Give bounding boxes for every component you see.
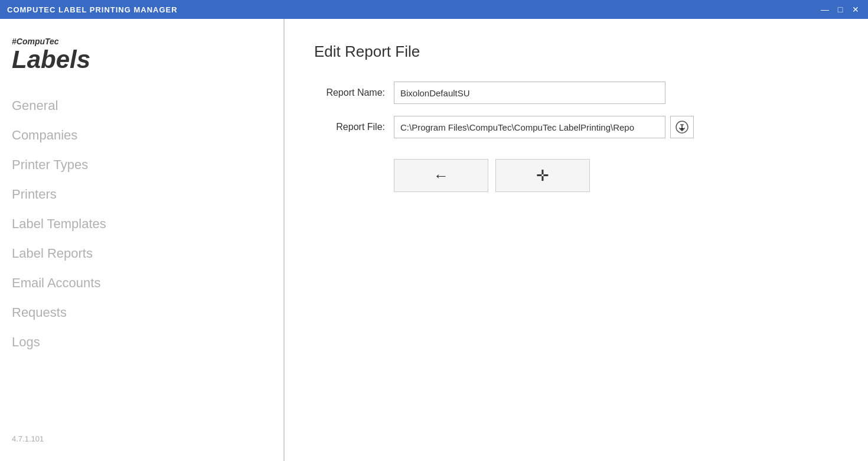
logo-hashtag: #CompuTec — [12, 37, 272, 46]
sidebar-item-general[interactable]: General — [0, 91, 283, 121]
move-icon: ✛ — [536, 167, 549, 185]
title-bar: COMPUTEC LABEL PRINTING MANAGER — □ ✕ — [0, 0, 868, 19]
title-bar-controls: — □ ✕ — [820, 4, 861, 15]
sidebar-item-printer-types[interactable]: Printer Types — [0, 150, 283, 180]
report-name-row: Report Name: — [314, 82, 838, 104]
file-browse-button[interactable] — [670, 116, 694, 138]
sidebar-item-companies[interactable]: Companies — [0, 121, 283, 150]
sidebar-item-printers[interactable]: Printers — [0, 180, 283, 209]
main-container: #CompuTec Labels General Companies Print… — [0, 19, 868, 461]
report-name-label: Report Name: — [314, 87, 385, 98]
minimize-button[interactable]: — — [820, 4, 830, 15]
report-file-input[interactable] — [394, 116, 665, 138]
back-icon: ← — [433, 167, 449, 185]
report-name-input[interactable] — [394, 82, 665, 104]
sidebar-item-label-templates[interactable]: Label Templates — [0, 209, 283, 239]
report-file-row: Report File: — [314, 116, 838, 138]
sidebar-item-requests[interactable]: Requests — [0, 298, 283, 327]
sidebar-item-label-reports[interactable]: Label Reports — [0, 239, 283, 268]
form-section: Report Name: Report File: — [314, 82, 838, 192]
report-file-label: Report File: — [314, 122, 385, 132]
maximize-button[interactable]: □ — [835, 4, 846, 15]
title-bar-text: COMPUTEC LABEL PRINTING MANAGER — [7, 5, 178, 14]
sidebar-item-email-accounts[interactable]: Email Accounts — [0, 268, 283, 298]
file-input-row — [394, 116, 694, 138]
logo-labels: Labels — [12, 46, 272, 73]
content-area: Edit Report File Report Name: Report Fil… — [285, 19, 868, 461]
page-title: Edit Report File — [314, 43, 838, 61]
sidebar: #CompuTec Labels General Companies Print… — [0, 19, 283, 461]
version-label: 4.7.1.101 — [0, 428, 283, 449]
back-button[interactable]: ← — [394, 159, 488, 192]
logo-area: #CompuTec Labels — [0, 31, 283, 91]
browse-icon — [675, 120, 689, 134]
close-button[interactable]: ✕ — [850, 4, 861, 15]
move-button[interactable]: ✛ — [495, 159, 590, 192]
action-buttons: ← ✛ — [394, 159, 838, 192]
sidebar-item-logs[interactable]: Logs — [0, 327, 283, 357]
